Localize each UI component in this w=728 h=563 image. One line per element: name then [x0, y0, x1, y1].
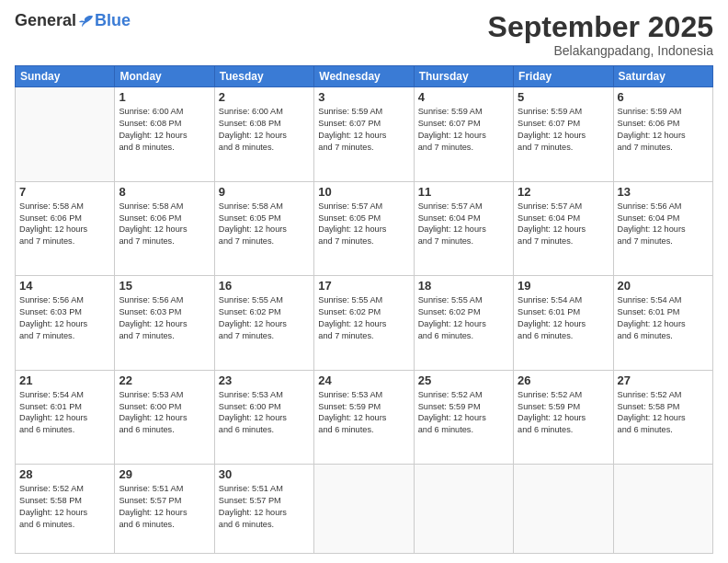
table-row: 8Sunrise: 5:58 AM Sunset: 6:06 PM Daylig…	[115, 181, 214, 276]
day-info: Sunrise: 5:53 AM Sunset: 6:00 PM Dayligh…	[219, 389, 310, 437]
day-number: 8	[119, 185, 210, 199]
day-info: Sunrise: 5:53 AM Sunset: 6:00 PM Dayligh…	[119, 389, 210, 437]
table-row	[414, 465, 513, 554]
day-info: Sunrise: 5:52 AM Sunset: 5:59 PM Dayligh…	[418, 389, 509, 437]
table-row: 23Sunrise: 5:53 AM Sunset: 6:00 PM Dayli…	[214, 370, 313, 465]
table-row: 26Sunrise: 5:52 AM Sunset: 5:59 PM Dayli…	[514, 370, 613, 465]
table-row: 14Sunrise: 5:56 AM Sunset: 6:03 PM Dayli…	[16, 276, 115, 371]
day-info: Sunrise: 5:55 AM Sunset: 6:02 PM Dayligh…	[318, 294, 409, 342]
table-row: 17Sunrise: 5:55 AM Sunset: 6:02 PM Dayli…	[314, 276, 414, 371]
table-row: 16Sunrise: 5:55 AM Sunset: 6:02 PM Dayli…	[214, 276, 313, 371]
calendar-week-row: 14Sunrise: 5:56 AM Sunset: 6:03 PM Dayli…	[16, 276, 713, 371]
day-number: 20	[618, 279, 709, 293]
day-info: Sunrise: 5:56 AM Sunset: 6:03 PM Dayligh…	[19, 294, 110, 342]
day-info: Sunrise: 5:55 AM Sunset: 6:02 PM Dayligh…	[219, 294, 310, 342]
logo-blue: Blue	[95, 11, 131, 30]
day-number: 19	[518, 279, 609, 293]
day-number: 3	[318, 90, 409, 104]
day-info: Sunrise: 5:59 AM Sunset: 6:07 PM Dayligh…	[318, 106, 409, 154]
table-row: 11Sunrise: 5:57 AM Sunset: 6:04 PM Dayli…	[414, 181, 513, 276]
day-number: 14	[19, 279, 110, 293]
day-number: 26	[518, 373, 609, 387]
col-saturday: Saturday	[613, 66, 712, 87]
table-row: 24Sunrise: 5:53 AM Sunset: 5:59 PM Dayli…	[314, 370, 414, 465]
table-row: 28Sunrise: 5:52 AM Sunset: 5:58 PM Dayli…	[16, 465, 115, 554]
location: Belakangpadang, Indonesia	[488, 43, 713, 58]
logo-bird-icon	[78, 13, 95, 29]
day-info: Sunrise: 5:51 AM Sunset: 5:57 PM Dayligh…	[119, 483, 210, 531]
table-row	[314, 465, 414, 554]
day-number: 17	[318, 279, 409, 293]
table-row: 20Sunrise: 5:54 AM Sunset: 6:01 PM Dayli…	[613, 276, 712, 371]
day-info: Sunrise: 5:54 AM Sunset: 6:01 PM Dayligh…	[618, 294, 709, 342]
table-row: 18Sunrise: 5:55 AM Sunset: 6:02 PM Dayli…	[414, 276, 513, 371]
table-row: 21Sunrise: 5:54 AM Sunset: 6:01 PM Dayli…	[16, 370, 115, 465]
page: General Blue September 2025 Belakangpada…	[0, 0, 728, 563]
day-info: Sunrise: 5:57 AM Sunset: 6:04 PM Dayligh…	[418, 201, 509, 248]
day-info: Sunrise: 5:54 AM Sunset: 6:01 PM Dayligh…	[19, 389, 110, 437]
day-info: Sunrise: 5:59 AM Sunset: 6:07 PM Dayligh…	[418, 106, 509, 154]
table-row: 12Sunrise: 5:57 AM Sunset: 6:04 PM Dayli…	[514, 181, 613, 276]
day-info: Sunrise: 5:51 AM Sunset: 5:57 PM Dayligh…	[219, 483, 310, 531]
table-row: 25Sunrise: 5:52 AM Sunset: 5:59 PM Dayli…	[414, 370, 513, 465]
title-block: September 2025 Belakangpadang, Indonesia	[488, 11, 713, 58]
day-number: 6	[618, 90, 709, 104]
table-row: 5Sunrise: 5:59 AM Sunset: 6:07 PM Daylig…	[514, 87, 613, 182]
day-number: 15	[119, 279, 210, 293]
day-info: Sunrise: 5:57 AM Sunset: 6:04 PM Dayligh…	[518, 201, 609, 248]
day-info: Sunrise: 5:58 AM Sunset: 6:06 PM Dayligh…	[119, 201, 210, 248]
col-tuesday: Tuesday	[214, 66, 313, 87]
table-row: 7Sunrise: 5:58 AM Sunset: 6:06 PM Daylig…	[16, 181, 115, 276]
logo: General Blue	[15, 11, 131, 30]
calendar-week-row: 28Sunrise: 5:52 AM Sunset: 5:58 PM Dayli…	[16, 465, 713, 554]
col-monday: Monday	[115, 66, 214, 87]
calendar-week-row: 1Sunrise: 6:00 AM Sunset: 6:08 PM Daylig…	[16, 87, 713, 182]
table-row: 2Sunrise: 6:00 AM Sunset: 6:08 PM Daylig…	[214, 87, 313, 182]
day-number: 11	[418, 185, 509, 199]
day-number: 21	[19, 373, 110, 387]
day-info: Sunrise: 5:59 AM Sunset: 6:07 PM Dayligh…	[518, 106, 609, 154]
day-info: Sunrise: 5:53 AM Sunset: 5:59 PM Dayligh…	[318, 389, 409, 437]
month-title: September 2025	[488, 11, 713, 43]
day-number: 18	[418, 279, 509, 293]
calendar-header-row: Sunday Monday Tuesday Wednesday Thursday…	[16, 66, 713, 87]
day-info: Sunrise: 5:56 AM Sunset: 6:03 PM Dayligh…	[119, 294, 210, 342]
day-number: 4	[418, 90, 509, 104]
col-friday: Friday	[514, 66, 613, 87]
day-info: Sunrise: 5:58 AM Sunset: 6:06 PM Dayligh…	[19, 201, 110, 248]
col-thursday: Thursday	[414, 66, 513, 87]
col-wednesday: Wednesday	[314, 66, 414, 87]
table-row: 30Sunrise: 5:51 AM Sunset: 5:57 PM Dayli…	[214, 465, 313, 554]
day-info: Sunrise: 6:00 AM Sunset: 6:08 PM Dayligh…	[219, 106, 310, 154]
day-number: 22	[119, 373, 210, 387]
table-row: 22Sunrise: 5:53 AM Sunset: 6:00 PM Dayli…	[115, 370, 214, 465]
logo-text: General Blue	[15, 11, 131, 30]
day-info: Sunrise: 5:54 AM Sunset: 6:01 PM Dayligh…	[518, 294, 609, 342]
day-number: 13	[618, 185, 709, 199]
logo-general: General	[15, 11, 76, 30]
calendar-table: Sunday Monday Tuesday Wednesday Thursday…	[15, 65, 713, 554]
day-number: 29	[119, 467, 210, 481]
table-row: 13Sunrise: 5:56 AM Sunset: 6:04 PM Dayli…	[613, 181, 712, 276]
table-row: 6Sunrise: 5:59 AM Sunset: 6:06 PM Daylig…	[613, 87, 712, 182]
table-row	[16, 87, 115, 182]
day-number: 10	[318, 185, 409, 199]
day-info: Sunrise: 5:58 AM Sunset: 6:05 PM Dayligh…	[219, 201, 310, 248]
day-info: Sunrise: 5:55 AM Sunset: 6:02 PM Dayligh…	[418, 294, 509, 342]
day-number: 25	[418, 373, 509, 387]
day-info: Sunrise: 5:59 AM Sunset: 6:06 PM Dayligh…	[618, 106, 709, 154]
table-row: 27Sunrise: 5:52 AM Sunset: 5:58 PM Dayli…	[613, 370, 712, 465]
day-info: Sunrise: 6:00 AM Sunset: 6:08 PM Dayligh…	[119, 106, 210, 154]
day-info: Sunrise: 5:52 AM Sunset: 5:58 PM Dayligh…	[618, 389, 709, 437]
day-number: 7	[19, 185, 110, 199]
day-info: Sunrise: 5:52 AM Sunset: 5:59 PM Dayligh…	[518, 389, 609, 437]
table-row: 9Sunrise: 5:58 AM Sunset: 6:05 PM Daylig…	[214, 181, 313, 276]
calendar-week-row: 21Sunrise: 5:54 AM Sunset: 6:01 PM Dayli…	[16, 370, 713, 465]
header: General Blue September 2025 Belakangpada…	[15, 11, 713, 58]
day-number: 16	[219, 279, 310, 293]
col-sunday: Sunday	[16, 66, 115, 87]
day-info: Sunrise: 5:52 AM Sunset: 5:58 PM Dayligh…	[19, 483, 110, 531]
table-row: 10Sunrise: 5:57 AM Sunset: 6:05 PM Dayli…	[314, 181, 414, 276]
table-row	[613, 465, 712, 554]
table-row: 3Sunrise: 5:59 AM Sunset: 6:07 PM Daylig…	[314, 87, 414, 182]
